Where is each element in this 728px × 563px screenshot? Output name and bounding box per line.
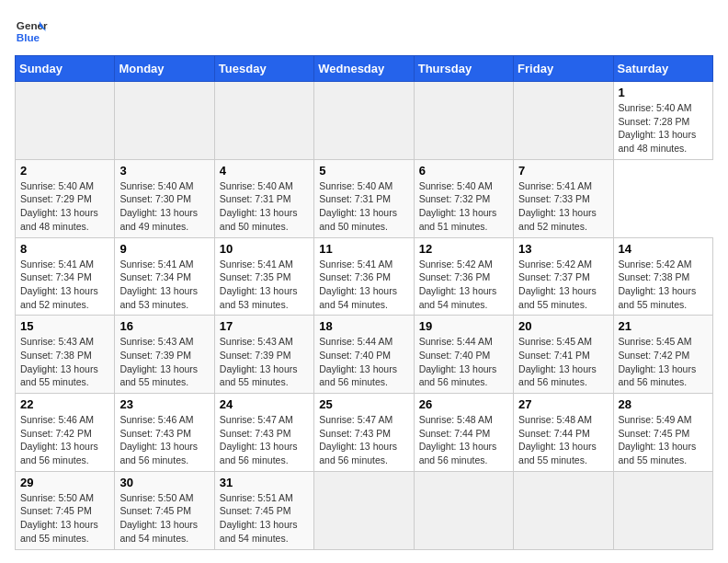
cell-info: Sunrise: 5:41 AMSunset: 7:34 PMDaylight:… xyxy=(119,258,209,312)
header-cell-sunday: Sunday xyxy=(16,56,115,82)
day-cell-10: 10 Sunrise: 5:41 AMSunset: 7:35 PMDaylig… xyxy=(214,237,313,316)
empty-cell xyxy=(214,82,313,160)
week-row-4: 15 Sunrise: 5:43 AMSunset: 7:38 PMDaylig… xyxy=(16,316,713,394)
day-cell-29: 29 Sunrise: 5:50 AMSunset: 7:45 PMDaylig… xyxy=(16,471,115,549)
empty-cell xyxy=(115,82,214,160)
calendar-table: SundayMondayTuesdayWednesdayThursdayFrid… xyxy=(15,55,713,550)
day-cell-23: 23 Sunrise: 5:46 AMSunset: 7:43 PMDaylig… xyxy=(115,394,214,472)
day-cell-25: 25 Sunrise: 5:47 AMSunset: 7:43 PMDaylig… xyxy=(314,394,414,472)
day-cell-2: 2 Sunrise: 5:40 AMSunset: 7:29 PMDayligh… xyxy=(16,159,115,237)
day-cell-26: 26 Sunrise: 5:48 AMSunset: 7:44 PMDaylig… xyxy=(414,394,513,472)
day-number: 21 xyxy=(619,319,708,333)
cell-info: Sunrise: 5:40 AMSunset: 7:29 PMDaylight:… xyxy=(20,179,109,234)
cell-info: Sunrise: 5:44 AMSunset: 7:40 PMDaylight:… xyxy=(419,335,508,389)
day-number: 30 xyxy=(119,476,209,489)
day-cell-9: 9 Sunrise: 5:41 AMSunset: 7:34 PMDayligh… xyxy=(115,237,214,316)
cell-info: Sunrise: 5:42 AMSunset: 7:38 PMDaylight:… xyxy=(619,258,708,312)
cell-info: Sunrise: 5:43 AMSunset: 7:39 PMDaylight:… xyxy=(220,335,309,389)
header-row: SundayMondayTuesdayWednesdayThursdayFrid… xyxy=(16,56,713,82)
week-row-6: 29 Sunrise: 5:50 AMSunset: 7:45 PMDaylig… xyxy=(16,471,713,549)
week-row-5: 22 Sunrise: 5:46 AMSunset: 7:42 PMDaylig… xyxy=(16,394,713,472)
header: General Blue xyxy=(15,15,713,48)
cell-info: Sunrise: 5:42 AMSunset: 7:36 PMDaylight:… xyxy=(419,258,508,312)
day-cell-17: 17 Sunrise: 5:43 AMSunset: 7:39 PMDaylig… xyxy=(214,316,313,394)
day-cell-24: 24 Sunrise: 5:47 AMSunset: 7:43 PMDaylig… xyxy=(214,394,313,472)
calendar-header: SundayMondayTuesdayWednesdayThursdayFrid… xyxy=(16,56,713,82)
cell-info: Sunrise: 5:41 AMSunset: 7:35 PMDaylight:… xyxy=(220,258,309,312)
header-cell-wednesday: Wednesday xyxy=(314,56,414,82)
day-number: 5 xyxy=(319,164,408,178)
day-number: 17 xyxy=(220,319,309,333)
day-number: 26 xyxy=(419,397,508,411)
day-cell-30: 30 Sunrise: 5:50 AMSunset: 7:45 PMDaylig… xyxy=(115,471,214,549)
cell-info: Sunrise: 5:50 AMSunset: 7:45 PMDaylight:… xyxy=(119,491,209,546)
day-number: 1 xyxy=(619,86,708,99)
day-cell-3: 3 Sunrise: 5:40 AMSunset: 7:30 PMDayligh… xyxy=(115,159,214,237)
day-number: 12 xyxy=(419,242,508,256)
day-number: 29 xyxy=(20,476,109,489)
day-number: 7 xyxy=(518,164,608,178)
day-number: 4 xyxy=(220,164,309,178)
cell-info: Sunrise: 5:44 AMSunset: 7:40 PMDaylight:… xyxy=(319,335,408,389)
svg-text:Blue: Blue xyxy=(17,31,40,43)
empty-cell xyxy=(314,82,414,160)
header-cell-tuesday: Tuesday xyxy=(214,56,313,82)
week-row-3: 8 Sunrise: 5:41 AMSunset: 7:34 PMDayligh… xyxy=(16,237,713,316)
cell-info: Sunrise: 5:48 AMSunset: 7:44 PMDaylight:… xyxy=(518,413,608,467)
day-number: 10 xyxy=(220,242,309,256)
day-number: 15 xyxy=(20,319,109,333)
day-number: 18 xyxy=(319,319,408,333)
header-cell-monday: Monday xyxy=(115,56,214,82)
week-row-1: 1 Sunrise: 5:40 AMSunset: 7:28 PMDayligh… xyxy=(16,82,713,160)
empty-cell xyxy=(414,471,513,549)
day-number: 27 xyxy=(518,397,608,411)
cell-info: Sunrise: 5:46 AMSunset: 7:43 PMDaylight:… xyxy=(119,413,209,467)
day-cell-16: 16 Sunrise: 5:43 AMSunset: 7:39 PMDaylig… xyxy=(115,316,214,394)
cell-info: Sunrise: 5:41 AMSunset: 7:33 PMDaylight:… xyxy=(518,179,608,234)
day-number: 22 xyxy=(20,397,109,411)
cell-info: Sunrise: 5:41 AMSunset: 7:36 PMDaylight:… xyxy=(319,258,408,312)
header-cell-friday: Friday xyxy=(514,56,613,82)
day-number: 24 xyxy=(220,397,309,411)
day-cell-20: 20 Sunrise: 5:45 AMSunset: 7:41 PMDaylig… xyxy=(514,316,613,394)
cell-info: Sunrise: 5:51 AMSunset: 7:45 PMDaylight:… xyxy=(220,491,309,546)
week-row-2: 2 Sunrise: 5:40 AMSunset: 7:29 PMDayligh… xyxy=(16,159,713,237)
cell-info: Sunrise: 5:48 AMSunset: 7:44 PMDaylight:… xyxy=(419,413,508,467)
cell-info: Sunrise: 5:45 AMSunset: 7:41 PMDaylight:… xyxy=(518,335,608,389)
day-number: 31 xyxy=(220,476,309,489)
day-cell-31: 31 Sunrise: 5:51 AMSunset: 7:45 PMDaylig… xyxy=(214,471,313,549)
day-number: 9 xyxy=(119,242,209,256)
day-cell-28: 28 Sunrise: 5:49 AMSunset: 7:45 PMDaylig… xyxy=(613,394,712,472)
header-cell-saturday: Saturday xyxy=(613,56,712,82)
day-cell-18: 18 Sunrise: 5:44 AMSunset: 7:40 PMDaylig… xyxy=(314,316,414,394)
day-number: 14 xyxy=(619,242,708,256)
day-cell-15: 15 Sunrise: 5:43 AMSunset: 7:38 PMDaylig… xyxy=(16,316,115,394)
cell-info: Sunrise: 5:40 AMSunset: 7:28 PMDaylight:… xyxy=(619,101,708,155)
day-number: 8 xyxy=(20,242,109,256)
day-number: 25 xyxy=(319,397,408,411)
cell-info: Sunrise: 5:47 AMSunset: 7:43 PMDaylight:… xyxy=(220,413,309,467)
header-cell-thursday: Thursday xyxy=(414,56,513,82)
day-cell-6: 6 Sunrise: 5:40 AMSunset: 7:32 PMDayligh… xyxy=(414,159,513,237)
day-number: 6 xyxy=(419,164,508,178)
day-number: 19 xyxy=(419,319,508,333)
day-cell-11: 11 Sunrise: 5:41 AMSunset: 7:36 PMDaylig… xyxy=(314,237,414,316)
svg-text:General: General xyxy=(17,19,48,31)
calendar-body: 1 Sunrise: 5:40 AMSunset: 7:28 PMDayligh… xyxy=(16,82,713,550)
empty-cell xyxy=(613,471,712,549)
empty-cell xyxy=(514,82,613,160)
empty-cell xyxy=(314,471,414,549)
day-number: 16 xyxy=(119,319,209,333)
cell-info: Sunrise: 5:43 AMSunset: 7:39 PMDaylight:… xyxy=(119,335,209,389)
day-cell-21: 21 Sunrise: 5:45 AMSunset: 7:42 PMDaylig… xyxy=(613,316,712,394)
day-number: 3 xyxy=(119,164,209,178)
cell-info: Sunrise: 5:40 AMSunset: 7:31 PMDaylight:… xyxy=(220,179,309,234)
day-number: 28 xyxy=(619,397,708,411)
day-number: 11 xyxy=(319,242,408,256)
day-cell-4: 4 Sunrise: 5:40 AMSunset: 7:31 PMDayligh… xyxy=(214,159,313,237)
day-cell-19: 19 Sunrise: 5:44 AMSunset: 7:40 PMDaylig… xyxy=(414,316,513,394)
cell-info: Sunrise: 5:47 AMSunset: 7:43 PMDaylight:… xyxy=(319,413,408,467)
day-number: 23 xyxy=(119,397,209,411)
cell-info: Sunrise: 5:49 AMSunset: 7:45 PMDaylight:… xyxy=(619,413,708,467)
cell-info: Sunrise: 5:43 AMSunset: 7:38 PMDaylight:… xyxy=(20,335,109,389)
